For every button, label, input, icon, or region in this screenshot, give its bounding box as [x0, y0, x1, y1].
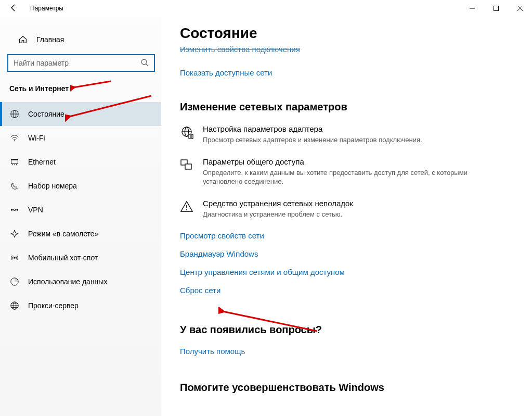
globe-icon: [9, 109, 20, 119]
sidebar-item-ethernet[interactable]: Ethernet: [0, 150, 161, 174]
sidebar-item-label: Ethernet: [28, 158, 56, 166]
questions-heading: У вас появились вопросы?: [180, 324, 516, 336]
sidebar-item-dialup[interactable]: Набор номера: [0, 174, 161, 198]
warning-icon: [180, 199, 193, 219]
sidebar-item-status[interactable]: Состояние: [0, 102, 161, 126]
sidebar-item-label: Использование данных: [28, 278, 107, 286]
search-box[interactable]: [7, 54, 155, 72]
sidebar-item-label: Режим «в самолете»: [28, 230, 98, 238]
windows-firewall-link[interactable]: Брандмауэр Windows: [180, 249, 516, 258]
sidebar-home[interactable]: Главная: [0, 29, 161, 50]
home-icon: [18, 35, 28, 44]
adapter-icon: [180, 124, 193, 145]
search-icon: [140, 58, 149, 68]
sidebar-section-label: Сеть и Интернет: [0, 79, 161, 102]
titlebar: Параметры: [0, 0, 532, 17]
window-title: Параметры: [30, 5, 63, 12]
sidebar: Главная Сеть и Интернет Состояние Wi-Fi: [0, 17, 161, 416]
svg-point-9: [14, 141, 15, 142]
content-area: Состояние Изменить свойства подключения …: [161, 17, 532, 416]
close-button[interactable]: [508, 0, 532, 17]
network-reset-link[interactable]: Сброс сети: [180, 286, 516, 295]
get-help-link[interactable]: Получить помощь: [180, 347, 245, 356]
svg-line-5: [146, 64, 148, 66]
svg-point-37: [186, 209, 187, 210]
svg-point-20: [14, 257, 16, 259]
airplane-icon: [9, 229, 20, 238]
network-sharing-center-link[interactable]: Центр управления сетями и общим доступом: [180, 268, 516, 276]
sidebar-item-label: Прокси-сервер: [28, 301, 79, 310]
hotspot-icon: [9, 253, 20, 262]
sidebar-item-proxy[interactable]: Прокси-сервер: [0, 294, 161, 318]
page-title: Состояние: [180, 25, 516, 42]
change-connection-properties-link[interactable]: Изменить свойства подключения: [180, 45, 300, 54]
sharing-settings-option[interactable]: Параметры общего доступа Определите, к к…: [180, 157, 471, 186]
sidebar-item-airplane[interactable]: Режим «в самолете»: [0, 222, 161, 246]
svg-point-15: [11, 209, 13, 211]
option-desc: Определите, к каким данным вы хотите пре…: [203, 168, 471, 186]
sidebar-item-label: VPN: [28, 206, 43, 214]
option-desc: Просмотр сетевых адаптеров и изменение п…: [203, 135, 422, 145]
troubleshoot-option[interactable]: Средство устранения сетевых неполадок Ди…: [180, 199, 471, 219]
svg-point-16: [14, 209, 16, 211]
improve-heading: Помогите усовершенствовать Windows: [180, 382, 516, 394]
svg-rect-1: [494, 6, 499, 11]
proxy-icon: [9, 301, 20, 310]
back-icon[interactable]: [9, 4, 19, 13]
sidebar-item-datausage[interactable]: Использование данных: [0, 270, 161, 294]
sidebar-home-label: Главная: [36, 35, 64, 44]
show-available-networks-link[interactable]: Показать доступные сети: [180, 68, 272, 77]
sidebar-item-label: Wi-Fi: [28, 134, 45, 142]
svg-point-4: [141, 59, 147, 65]
view-network-properties-link[interactable]: Просмотр свойств сети: [180, 231, 516, 240]
search-input[interactable]: [14, 59, 140, 67]
sharing-icon: [180, 157, 193, 186]
window-controls: [460, 0, 532, 17]
svg-point-17: [17, 209, 19, 211]
data-usage-icon: [9, 277, 20, 286]
maximize-button[interactable]: [484, 0, 508, 17]
option-title: Параметры общего доступа: [203, 157, 471, 166]
change-settings-heading: Изменение сетевых параметров: [180, 101, 516, 113]
sidebar-item-hotspot[interactable]: Мобильный хот-спот: [0, 246, 161, 270]
option-title: Средство устранения сетевых неполадок: [203, 199, 353, 208]
option-desc: Диагностика и устранение проблем с сетью…: [203, 210, 353, 219]
option-title: Настройка параметров адаптера: [203, 124, 422, 133]
sidebar-item-label: Набор номера: [28, 182, 77, 190]
minimize-button[interactable]: [460, 0, 484, 17]
dialup-icon: [9, 181, 20, 191]
wifi-icon: [9, 133, 20, 143]
network-links: Просмотр свойств сети Брандмауэр Windows…: [180, 231, 516, 295]
svg-rect-35: [185, 164, 191, 169]
sidebar-item-vpn[interactable]: VPN: [0, 198, 161, 222]
vpn-icon: [9, 206, 20, 213]
sidebar-item-label: Мобильный хот-спот: [28, 254, 98, 262]
sidebar-item-label: Состояние: [28, 110, 64, 118]
ethernet-icon: [9, 157, 20, 167]
adapter-settings-option[interactable]: Настройка параметров адаптера Просмотр с…: [180, 124, 471, 145]
sidebar-item-wifi[interactable]: Wi-Fi: [0, 126, 161, 150]
